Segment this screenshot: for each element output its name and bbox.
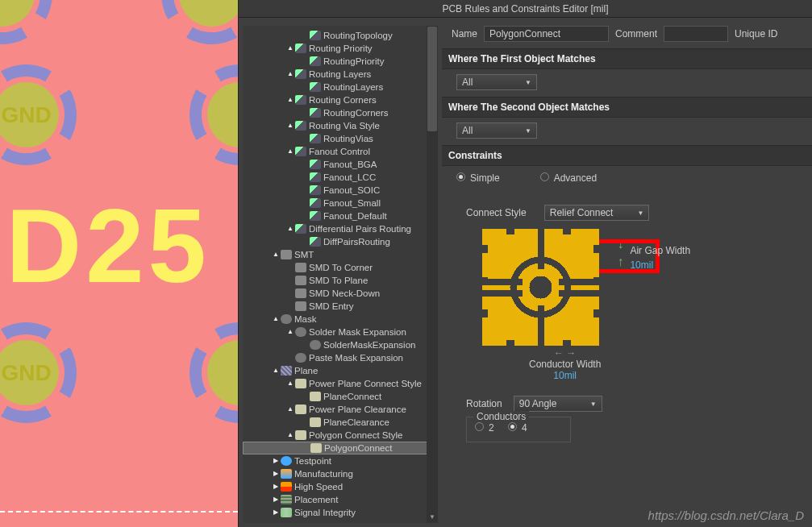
rule-icon xyxy=(310,56,321,66)
uniqueid-label: Unique ID xyxy=(735,28,777,39)
tree-item-label: Routing Corners xyxy=(309,93,377,106)
connect-style-combo[interactable]: Relief Connect▼ xyxy=(544,205,650,221)
conductors-2-radio[interactable]: 2 xyxy=(475,422,494,434)
second-match-header: Where The Second Object Matches xyxy=(442,97,812,118)
second-match-combo[interactable]: All▼ xyxy=(456,122,537,139)
comment-input[interactable] xyxy=(664,26,728,42)
tree-item[interactable]: RoutingTopology xyxy=(243,29,438,42)
rotation-combo[interactable]: 90 Angle▼ xyxy=(514,396,602,412)
tree-item-label: Fanout_BGA xyxy=(323,158,377,171)
tree-item-label: Placement xyxy=(294,493,338,506)
tree-item[interactable]: SMD Entry xyxy=(243,300,438,313)
tree-item[interactable]: ▲Fanout Control xyxy=(243,145,438,158)
tree-item[interactable]: ▲Routing Priority xyxy=(243,42,438,55)
air-gap-label: Air Gap Width xyxy=(630,245,690,256)
expand-icon: ▲ xyxy=(286,119,294,132)
tree-item[interactable]: ▶Signal Integrity xyxy=(243,506,438,519)
tree-item[interactable]: Fanout_Default xyxy=(243,210,438,222)
tree-item-label: Testpoint xyxy=(294,454,331,467)
tree-item[interactable]: SMD To Plane xyxy=(243,274,438,287)
tree-item[interactable]: RoutingVias xyxy=(243,132,438,145)
tree-item[interactable]: ▶High Speed xyxy=(243,480,438,493)
tree-item[interactable]: ▶Placement xyxy=(243,493,438,506)
tree-item[interactable]: ▲Power Plane Connect Style xyxy=(243,377,438,390)
tree-item[interactable]: ▲Routing Corners xyxy=(243,93,438,106)
tree-item-label: Polygon Connect Style xyxy=(309,429,402,442)
tree-item[interactable]: Fanout_LCC xyxy=(243,171,438,184)
tree-item[interactable]: ▲Solder Mask Expansion xyxy=(243,326,438,338)
tree-item[interactable]: DiffPairsRouting xyxy=(243,235,438,248)
tree-item-label: Plane xyxy=(294,364,318,377)
name-input[interactable] xyxy=(484,26,609,42)
tree-item[interactable]: Paste Mask Expansion xyxy=(243,351,438,364)
tree-item-label: Fanout_SOIC xyxy=(323,184,380,197)
tree-item[interactable]: PlaneClearance xyxy=(243,416,438,429)
tree-item[interactable]: ▶Testpoint xyxy=(243,454,438,467)
second-match-value: All xyxy=(462,125,473,136)
tree-item-label: Power Plane Connect Style xyxy=(309,377,422,390)
rotation-label: Rotation xyxy=(466,398,502,409)
tree-item[interactable]: SMD To Corner xyxy=(243,261,438,274)
rule-icon xyxy=(295,121,306,131)
rule-icon xyxy=(310,417,321,427)
advanced-radio[interactable]: Advanced xyxy=(540,172,597,184)
tree-item[interactable]: ▲Power Plane Clearance xyxy=(243,403,438,416)
expand-icon: ▲ xyxy=(272,364,280,377)
pcb-canvas[interactable]: GND GND 0D25 xyxy=(0,0,238,527)
constraints-header: Constraints xyxy=(442,145,812,166)
tree-item[interactable]: Fanout_Small xyxy=(243,197,438,210)
arrow-right-icon: → xyxy=(566,347,576,359)
arrow-left-icon: ← xyxy=(554,347,564,359)
first-match-combo[interactable]: All▼ xyxy=(456,74,537,90)
tree-item[interactable]: RoutingLayers xyxy=(243,81,438,93)
watermark-text: https://blog.csdn.net/Clara_D xyxy=(648,508,804,522)
comment-label: Comment xyxy=(615,28,657,39)
net-label: GND xyxy=(1,102,51,128)
tree-item[interactable]: SMD Neck-Down xyxy=(243,287,438,300)
conductor-width-label: Conductor Width xyxy=(529,359,601,370)
chevron-down-icon: ▼ xyxy=(637,210,643,217)
tree-item[interactable]: SolderMaskExpansion xyxy=(243,338,438,351)
simple-radio[interactable]: Simple xyxy=(456,172,500,184)
rule-icon xyxy=(310,134,321,143)
conductor-width-value[interactable]: 10mil xyxy=(553,370,577,381)
rule-icon xyxy=(310,237,321,247)
tree-item[interactable]: PlaneConnect xyxy=(243,390,438,403)
rule-icon xyxy=(310,211,321,221)
tree-item-label: Fanout_LCC xyxy=(323,171,376,184)
expand-icon: ▲ xyxy=(272,313,280,326)
scroll-thumb[interactable] xyxy=(427,27,437,131)
tree-item[interactable]: ▲Mask xyxy=(243,313,438,326)
scroll-down-icon[interactable]: ▼ xyxy=(427,512,437,522)
tree-item-label: RoutingCorners xyxy=(323,106,389,119)
tree-item-label: Routing Priority xyxy=(309,42,373,55)
tree-item-label: SMD Entry xyxy=(309,300,354,313)
rule-icon xyxy=(295,276,306,285)
tree-item[interactable]: PolygonConnect xyxy=(243,442,438,454)
tree-item[interactable]: ▲SMT xyxy=(243,248,438,261)
tree-scrollbar[interactable]: ▲ ▼ xyxy=(427,26,438,523)
tree-item[interactable]: ▲Differential Pairs Routing xyxy=(243,222,438,235)
board-outline xyxy=(0,511,238,512)
tree-item[interactable]: ▶Manufacturing xyxy=(243,467,438,480)
rule-icon xyxy=(310,392,321,401)
tree-item[interactable]: RoutingPriority xyxy=(243,55,438,68)
tree-item[interactable]: Fanout_BGA xyxy=(243,158,438,171)
expand-icon: ▲ xyxy=(286,429,294,442)
tree-item[interactable]: RoutingCorners xyxy=(243,106,438,119)
tree-item-label: Mask xyxy=(294,313,316,326)
expand-icon: ▲ xyxy=(286,68,294,81)
rule-icon xyxy=(310,172,321,182)
tree-item[interactable]: Fanout_SOIC xyxy=(243,184,438,197)
conductors-4-radio[interactable]: 4 xyxy=(508,422,527,434)
rule-icon xyxy=(281,482,292,492)
tree-item[interactable]: ▲Plane xyxy=(243,364,438,377)
expand-icon: ▲ xyxy=(286,222,294,235)
tree-item-label: Fanout Control xyxy=(309,145,370,158)
tree-item[interactable]: ▲Routing Layers xyxy=(243,68,438,81)
rule-icon xyxy=(281,469,292,479)
tree-item[interactable]: ▲Polygon Connect Style xyxy=(243,429,438,442)
tree-item[interactable]: ▲Routing Via Style xyxy=(243,119,438,132)
rule-icon xyxy=(310,31,321,40)
rule-icon xyxy=(295,224,306,234)
